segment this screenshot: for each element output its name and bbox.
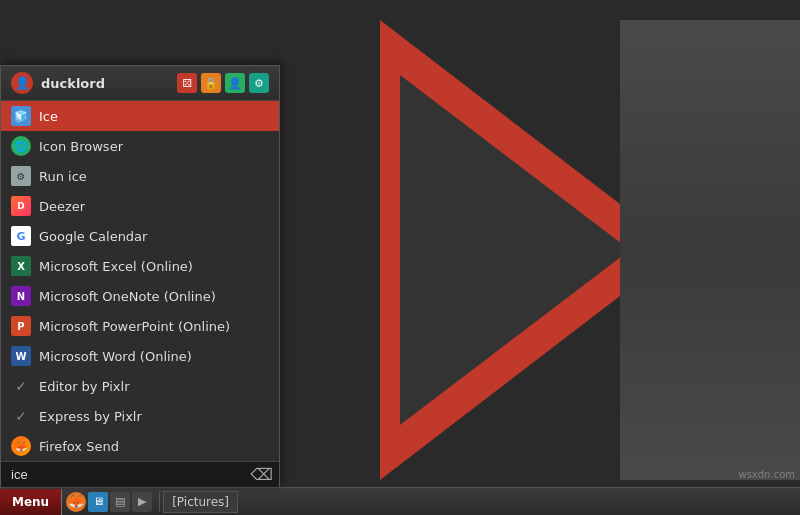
deezer-icon: D bbox=[11, 196, 31, 216]
word-icon: W bbox=[11, 346, 31, 366]
watermark: wsxdn.com bbox=[738, 469, 795, 480]
menu-item-onenote-label: Microsoft OneNote (Online) bbox=[39, 289, 269, 304]
menu-user-header: 👤 ducklord ⚄ 🔒 👤 ⚙ bbox=[1, 66, 279, 101]
start-button[interactable]: Menu bbox=[0, 489, 62, 515]
ice-icon: 🧊 bbox=[11, 106, 31, 126]
taskbar-quick-launch: 🦊 🖥 ▤ ▶ bbox=[62, 492, 156, 512]
menu-item-icon-browser-label: Icon Browser bbox=[39, 139, 269, 154]
menu-item-word[interactable]: W Microsoft Word (Online) bbox=[1, 341, 279, 371]
powerpoint-icon: P bbox=[11, 316, 31, 336]
menu-item-ice[interactable]: 🧊 Ice bbox=[1, 101, 279, 131]
menu-item-excel[interactable]: X Microsoft Excel (Online) bbox=[1, 251, 279, 281]
menu-item-firefox-send[interactable]: 🦊 Firefox Send bbox=[1, 431, 279, 461]
search-clear-icon[interactable]: ⌫ bbox=[250, 467, 273, 483]
avatar-icon: 👤 bbox=[15, 76, 30, 90]
editor-pixlr-icon: ✓ bbox=[11, 376, 31, 396]
action-btn-dice[interactable]: ⚄ bbox=[177, 73, 197, 93]
menu-item-express-pixlr[interactable]: ✓ Express by Pixlr bbox=[1, 401, 279, 431]
menu-list: 🧊 Ice 🌐 Icon Browser ⚙ Run ice D Deezer … bbox=[1, 101, 279, 461]
username: ducklord bbox=[41, 76, 169, 91]
menu-item-excel-label: Microsoft Excel (Online) bbox=[39, 259, 269, 274]
start-button-label: Menu bbox=[12, 495, 49, 509]
menu-item-deezer-label: Deezer bbox=[39, 199, 269, 214]
taskbar-separator bbox=[159, 492, 160, 512]
menu-search-bar: ⌫ bbox=[1, 461, 279, 487]
express-pixlr-icon: ✓ bbox=[11, 406, 31, 426]
menu-item-onenote[interactable]: N Microsoft OneNote (Online) bbox=[1, 281, 279, 311]
start-menu: 👤 ducklord ⚄ 🔒 👤 ⚙ 🧊 Ice 🌐 Icon Browser … bbox=[0, 65, 280, 487]
excel-icon: X bbox=[11, 256, 31, 276]
menu-item-editor-pixlr-label: Editor by Pixlr bbox=[39, 379, 269, 394]
taskbar: Menu 🦊 🖥 ▤ ▶ [Pictures] bbox=[0, 487, 800, 515]
menu-item-express-pixlr-label: Express by Pixlr bbox=[39, 409, 269, 424]
action-btn-user[interactable]: 👤 bbox=[225, 73, 245, 93]
menu-item-editor-pixlr[interactable]: ✓ Editor by Pixlr bbox=[1, 371, 279, 401]
user-avatar: 👤 bbox=[11, 72, 33, 94]
icon-browser-icon: 🌐 bbox=[11, 136, 31, 156]
action-btn-settings[interactable]: ⚙ bbox=[249, 73, 269, 93]
onenote-icon: N bbox=[11, 286, 31, 306]
menu-item-google-calendar[interactable]: G Google Calendar bbox=[1, 221, 279, 251]
menu-item-run-ice-label: Run ice bbox=[39, 169, 269, 184]
menu-item-firefox-send-label: Firefox Send bbox=[39, 439, 269, 454]
menu-item-powerpoint-label: Microsoft PowerPoint (Online) bbox=[39, 319, 269, 334]
menu-item-google-calendar-label: Google Calendar bbox=[39, 229, 269, 244]
google-calendar-icon: G bbox=[11, 226, 31, 246]
menu-item-word-label: Microsoft Word (Online) bbox=[39, 349, 269, 364]
menu-item-powerpoint[interactable]: P Microsoft PowerPoint (Online) bbox=[1, 311, 279, 341]
menu-item-deezer[interactable]: D Deezer bbox=[1, 191, 279, 221]
firefox-send-icon: 🦊 bbox=[11, 436, 31, 456]
taskbar-icon-2[interactable]: 🖥 bbox=[88, 492, 108, 512]
background-decoration bbox=[320, 20, 800, 480]
menu-item-icon-browser[interactable]: 🌐 Icon Browser bbox=[1, 131, 279, 161]
taskbar-icon-3[interactable]: ▤ bbox=[110, 492, 130, 512]
menu-search-input[interactable] bbox=[7, 465, 246, 484]
menu-item-run-ice[interactable]: ⚙ Run ice bbox=[1, 161, 279, 191]
menu-item-ice-label: Ice bbox=[39, 109, 269, 124]
taskbar-firefox-icon[interactable]: 🦊 bbox=[66, 492, 86, 512]
run-ice-icon: ⚙ bbox=[11, 166, 31, 186]
taskbar-app-label[interactable]: [Pictures] bbox=[163, 491, 238, 513]
taskbar-icon-4[interactable]: ▶ bbox=[132, 492, 152, 512]
header-actions: ⚄ 🔒 👤 ⚙ bbox=[177, 73, 269, 93]
action-btn-lock[interactable]: 🔒 bbox=[201, 73, 221, 93]
